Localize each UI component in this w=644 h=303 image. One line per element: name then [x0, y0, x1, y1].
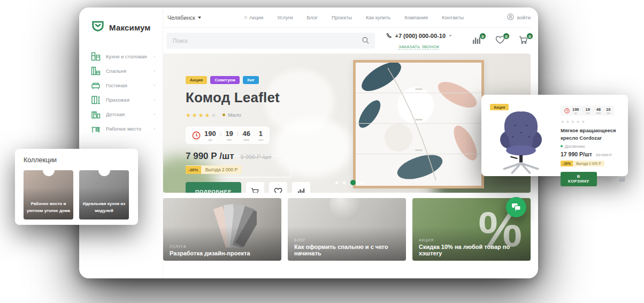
sidebar-item-kids[interactable]: Детская › — [91, 107, 163, 122]
price-row: 7 990 Р /шт 9 990 Р /шт — [186, 151, 310, 162]
chat-icon — [511, 203, 521, 211]
caret-down-icon[interactable] — [449, 35, 452, 36]
kids-room-icon — [91, 110, 101, 119]
slider-dot[interactable] — [361, 181, 363, 184]
stars-empty-icon: ★ — [211, 112, 217, 118]
sidebar: Максимум Кухня и столовая › Спальня › — [79, 7, 163, 278]
chevron-right-icon: › — [154, 83, 155, 88]
collections-card: Коллекции Рабочее место в уютном уголке … — [15, 149, 138, 225]
phone-block: +7 (000) 000-00-10 заказать звонок — [386, 31, 452, 50]
timer-days: 190дн — [204, 130, 216, 141]
search-box — [166, 33, 375, 49]
toolbar: +7 (000) 000-00-10 заказать звонок 0 0 — [163, 28, 531, 54]
sidebar-item-workplace[interactable]: Рабочее место › — [91, 122, 163, 136]
nav-link-services[interactable]: Услуги — [277, 14, 293, 20]
favorite-button[interactable] — [269, 182, 287, 193]
sidebar-item-label: Кухня и столовая — [106, 54, 148, 59]
chevron-right-icon: › — [154, 97, 155, 102]
compare-product-button[interactable] — [619, 176, 625, 182]
chevron-right-icon: › — [154, 69, 155, 73]
slider-dot[interactable] — [335, 181, 338, 184]
nav-link-blog[interactable]: Блог — [306, 14, 318, 20]
timer-seconds: 10сек — [606, 107, 610, 115]
workplace-icon — [91, 124, 101, 134]
promo-card-design[interactable]: УСЛУГА Разработка дизайн-проекта — [163, 198, 281, 261]
bedroom-icon — [91, 66, 101, 76]
hero-slider: Акция Советуем Хит Комод Leaflet ★★★★★ М… — [163, 54, 531, 193]
hash-icon: # — [244, 15, 247, 20]
sidebar-item-kitchen[interactable]: Кухня и столовая › — [91, 49, 163, 64]
timer-hours: 19час — [585, 107, 589, 115]
callback-link[interactable]: заказать звонок — [398, 44, 439, 50]
discount-row: -20% Выгода 2 000 Р — [186, 165, 242, 174]
header-icons: 0 0 0 — [472, 35, 528, 47]
sidebar-item-label: Рабочее место — [106, 126, 148, 132]
details-button[interactable]: ПОДРОБНЕЕ — [186, 182, 241, 193]
sidebar-item-bedroom[interactable]: Спальня › — [91, 64, 163, 78]
nav-link-company[interactable]: Компания — [404, 14, 427, 20]
search-icon[interactable] — [362, 36, 370, 47]
collections-title: Коллекции — [24, 156, 129, 164]
slider-pagination — [335, 180, 363, 185]
benefit-label: Выгода 2 000 Р — [201, 165, 242, 174]
badge-hit: Хит — [243, 76, 259, 84]
nav-link-contacts[interactable]: Контакты — [442, 14, 464, 20]
availability-dot-icon — [223, 113, 225, 116]
cart-count-badge: 0 — [526, 33, 533, 40]
timer-minutes: 46мин — [243, 130, 250, 141]
sidebar-item-livingroom[interactable]: Гостиная › — [91, 78, 163, 93]
nav-link-sales[interactable]: #Акции — [244, 14, 264, 20]
badge-sale: Акция — [186, 76, 207, 84]
timer-colon: : — [220, 130, 222, 141]
promo-card-blog[interactable]: БЛОГ Как оформить спальню и с чего начин… — [288, 198, 406, 261]
nav-link-projects[interactable]: Проекты — [332, 14, 352, 20]
slider-dot-active[interactable] — [350, 180, 356, 185]
nav-link-how-to-buy[interactable]: Как купить — [366, 14, 390, 20]
product-buttons: В КОРЗИНУ — [561, 172, 625, 186]
cart-button[interactable]: 0 — [519, 35, 528, 47]
city-selector[interactable]: Челябинск — [167, 14, 201, 21]
promo-title: Как оформить спальню и с чего начинать — [294, 244, 400, 256]
sidebar-item-hallway[interactable]: Прихожая › — [91, 93, 163, 107]
favorites-button[interactable]: 0 — [495, 35, 505, 47]
chevron-right-icon: › — [154, 54, 155, 59]
login-button[interactable]: войти — [507, 13, 531, 21]
hero-product-title: Комод Leaflet — [186, 89, 310, 106]
countdown-timer: 190дн : 19час : 46мин 1сек — [186, 126, 270, 144]
add-to-cart-button[interactable]: В КОРЗИНУ — [561, 172, 597, 186]
livingroom-icon — [91, 81, 101, 90]
brand-logo[interactable]: Максимум — [91, 19, 163, 35]
add-to-cart-button[interactable] — [246, 182, 264, 193]
promo-title: Скидка 10% на любой товар по хэштегу — [419, 244, 524, 256]
shield-logo-icon — [91, 19, 105, 35]
compare-button[interactable]: 0 — [472, 35, 481, 47]
collection-tile-workplace[interactable]: Рабочее место в уютном уголке дома — [24, 170, 73, 219]
favorite-button[interactable] — [604, 176, 611, 182]
hero-badges: Акция Советуем Хит — [186, 76, 310, 84]
search-input[interactable] — [166, 33, 375, 49]
slider-dot[interactable] — [343, 181, 346, 184]
benefit-label: Выгода 2 000 Р — [573, 161, 604, 166]
page: Максимум Кухня и столовая › Спальня › — [0, 0, 644, 303]
old-price: 9 990 Р /шт — [241, 154, 272, 160]
top-navigation: Челябинск #Акции Услуги Блог Проекты Как… — [163, 7, 531, 28]
timer-days: 190дн — [572, 107, 579, 115]
chevron-right-icon: › — [154, 126, 155, 131]
chat-button[interactable] — [506, 197, 526, 217]
collection-tile-title: Рабочее место в уютном уголке дома — [26, 200, 71, 215]
drawer-handle — [415, 88, 423, 90]
price-row: 17 990 Р/шт 19 990 Р — [561, 151, 625, 157]
badge-recommend: Советуем — [210, 76, 240, 84]
current-price: 17 990 Р/шт — [561, 151, 592, 157]
phone-number[interactable]: +7 (000) 000-00-10 — [395, 33, 446, 39]
stars-empty-icon: ★★★★★ — [561, 119, 625, 124]
sidebar-item-label: Прихожая — [106, 97, 148, 103]
compare-product-button[interactable] — [292, 182, 310, 193]
timer-seconds: 1сек — [258, 130, 263, 141]
star-rating: ★★★★★ — [186, 110, 217, 119]
nav-links: #Акции Услуги Блог Проекты Как купить Ко… — [201, 14, 507, 20]
badge-sale: Акция — [490, 104, 509, 110]
product-title[interactable]: Мягкое вращающееся кресло Cordozar — [561, 127, 625, 142]
collection-tile-kitchen[interactable]: Идеальная кухня из модулей — [79, 170, 129, 219]
armchair-image — [489, 108, 553, 176]
